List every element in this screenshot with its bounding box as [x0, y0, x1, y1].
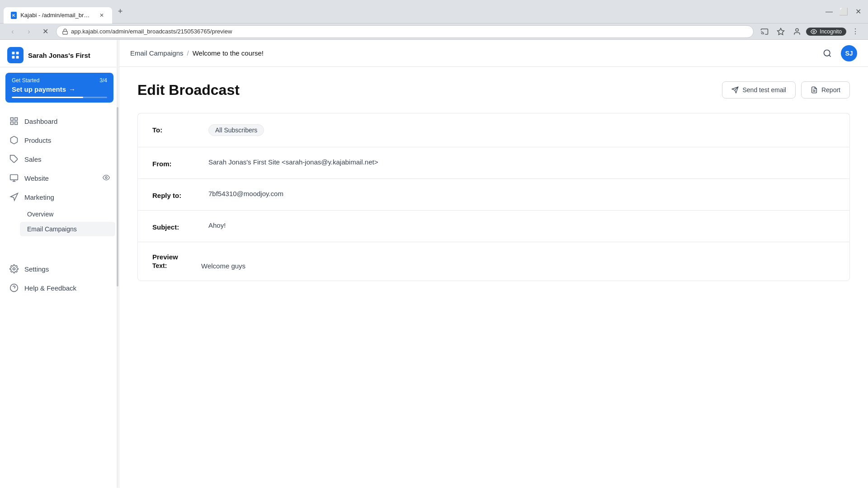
- website-eye-icon: [103, 174, 110, 183]
- tab-container: K Kajabi - /admin/email_broadcast... ✕ +: [4, 0, 816, 23]
- tab-close-button[interactable]: ✕: [98, 11, 105, 19]
- avatar[interactable]: SJ: [841, 45, 857, 61]
- marketing-subnav-list: Overview Email Campaigns: [0, 207, 119, 236]
- lock-icon: [62, 28, 68, 35]
- breadcrumb-parent[interactable]: Email Campaigns: [130, 49, 184, 57]
- topbar: Email Campaigns / Welcome to the course!…: [119, 40, 868, 67]
- scrollbar-track: [117, 40, 118, 488]
- marketing-sub-nav: Overview Email Campaigns: [0, 207, 119, 236]
- sidebar-item-dashboard[interactable]: Dashboard: [0, 112, 119, 131]
- page-title: Edit Broadcast: [137, 82, 240, 99]
- sidebar-item-help[interactable]: Help & Feedback: [0, 278, 119, 297]
- help-icon: [9, 283, 19, 293]
- nav-controls: ‹ › ✕: [5, 24, 52, 39]
- nav-list: Dashboard Products Sales Website: [0, 108, 119, 488]
- marketing-label: Marketing: [24, 193, 54, 201]
- main-content: Email Campaigns / Welcome to the course!…: [119, 40, 868, 488]
- svg-rect-8: [16, 56, 19, 59]
- sidebar-scrollbar[interactable]: [116, 40, 119, 488]
- tab-title: Kajabi - /admin/email_broadcast...: [20, 12, 93, 19]
- hidden-icon: [9, 241, 19, 251]
- toolbar-icons: Incognito ⋮: [757, 24, 863, 39]
- incognito-badge: Incognito: [806, 28, 846, 36]
- content-area: Edit Broadcast Send test email Report To…: [119, 67, 868, 488]
- sidebar-item-sales[interactable]: Sales: [0, 150, 119, 169]
- marketing-icon: [9, 192, 19, 202]
- website-label: Website: [24, 174, 49, 182]
- subnav-item-email-campaigns[interactable]: Email Campaigns: [20, 222, 115, 236]
- website-icon: [9, 173, 19, 183]
- preview-field-row: Preview Text: Welcome guys: [152, 253, 835, 270]
- form-section-from: From: Sarah Jonas's First Site <sarah-jo…: [137, 147, 850, 178]
- svg-rect-10: [15, 118, 18, 121]
- dashboard-icon: [9, 116, 19, 126]
- address-bar[interactable]: app.kajabi.com/admin/email_broadcasts/21…: [56, 25, 754, 38]
- scrollbar-thumb: [117, 107, 118, 286]
- tab-favicon: K: [11, 12, 17, 19]
- cast-icon-button[interactable]: [757, 24, 772, 39]
- sidebar-item-marketing[interactable]: Marketing: [0, 188, 119, 206]
- svg-rect-7: [12, 56, 15, 59]
- form-section-reply-to: Reply to: 7bf54310@moodjoy.com: [137, 178, 850, 210]
- restore-button[interactable]: ⬜: [837, 5, 850, 18]
- site-name: Sarah Jonas's First: [28, 52, 90, 59]
- form-section-subject: Subject: Ahoy!: [137, 210, 850, 242]
- address-bar-row: ‹ › ✕ app.kajabi.com/admin/email_broadca…: [0, 23, 868, 40]
- sales-icon: [9, 154, 19, 164]
- page-header: Edit Broadcast Send test email Report: [137, 81, 850, 99]
- sidebar-item-products[interactable]: Products: [0, 131, 119, 150]
- progress-bar: [12, 97, 107, 98]
- breadcrumb: Email Campaigns / Welcome to the course!: [130, 49, 816, 57]
- help-label: Help & Feedback: [24, 284, 76, 292]
- svg-marker-2: [778, 28, 784, 34]
- form-section-to: To: All Subscribers: [137, 113, 850, 147]
- bookmark-icon-button[interactable]: [774, 24, 788, 39]
- forward-button[interactable]: ›: [22, 24, 36, 39]
- new-tab-button[interactable]: +: [114, 5, 127, 18]
- minimize-button[interactable]: —: [823, 5, 835, 18]
- report-icon: [811, 86, 818, 94]
- active-tab[interactable]: K Kajabi - /admin/email_broadcast... ✕: [4, 7, 112, 23]
- report-button[interactable]: Report: [801, 81, 850, 99]
- from-value: Sarah Jonas's First Site <sarah-jonas@y.…: [208, 158, 835, 166]
- sidebar-item-settings[interactable]: Settings: [0, 259, 119, 278]
- svg-line-23: [829, 55, 831, 56]
- reply-to-value: 7bf54310@moodjoy.com: [208, 190, 835, 197]
- breadcrumb-separator: /: [187, 49, 189, 57]
- app-container: Sarah Jonas's First Get Started 3/4 Set …: [0, 40, 868, 488]
- subnav-item-overview[interactable]: Overview: [20, 207, 115, 221]
- sidebar-header: Sarah Jonas's First: [0, 40, 119, 67]
- sales-label: Sales: [24, 155, 42, 163]
- products-icon: [9, 135, 19, 145]
- preview-text-value: Welcome guys: [201, 253, 835, 270]
- from-field-row: From: Sarah Jonas's First Site <sarah-jo…: [152, 158, 835, 168]
- settings-icon: [9, 264, 19, 274]
- get-started-title: Set up payments →: [12, 85, 107, 93]
- browser-tab-bar: K Kajabi - /admin/email_broadcast... ✕ +…: [0, 0, 868, 23]
- svg-rect-5: [12, 52, 15, 55]
- kajabi-logo: [7, 47, 24, 63]
- search-button[interactable]: [819, 45, 835, 61]
- subject-field-row: Subject: Ahoy!: [152, 221, 835, 231]
- reload-button[interactable]: ✕: [38, 24, 52, 39]
- to-label: To:: [152, 124, 198, 134]
- sidebar-item-website[interactable]: Website: [0, 169, 119, 188]
- svg-marker-18: [11, 193, 18, 201]
- profile-icon-button[interactable]: [790, 24, 804, 39]
- settings-label: Settings: [24, 265, 49, 273]
- sidebar-item-hidden: [0, 237, 119, 256]
- to-value: All Subscribers: [208, 124, 835, 136]
- breadcrumb-current: Welcome to the course!: [193, 49, 264, 57]
- svg-rect-12: [11, 122, 14, 125]
- send-test-email-button[interactable]: Send test email: [722, 81, 796, 99]
- svg-point-3: [796, 28, 798, 31]
- preview-labels: Preview Text:: [152, 253, 198, 270]
- subject-value: Ahoy!: [208, 221, 835, 229]
- get-started-top: Get Started 3/4: [12, 77, 107, 84]
- close-button[interactable]: ✕: [852, 5, 864, 18]
- svg-rect-14: [10, 175, 18, 180]
- back-button[interactable]: ‹: [5, 24, 20, 39]
- get-started-banner[interactable]: Get Started 3/4 Set up payments →: [5, 73, 113, 103]
- menu-button[interactable]: ⋮: [848, 24, 863, 39]
- to-tag[interactable]: All Subscribers: [208, 124, 264, 136]
